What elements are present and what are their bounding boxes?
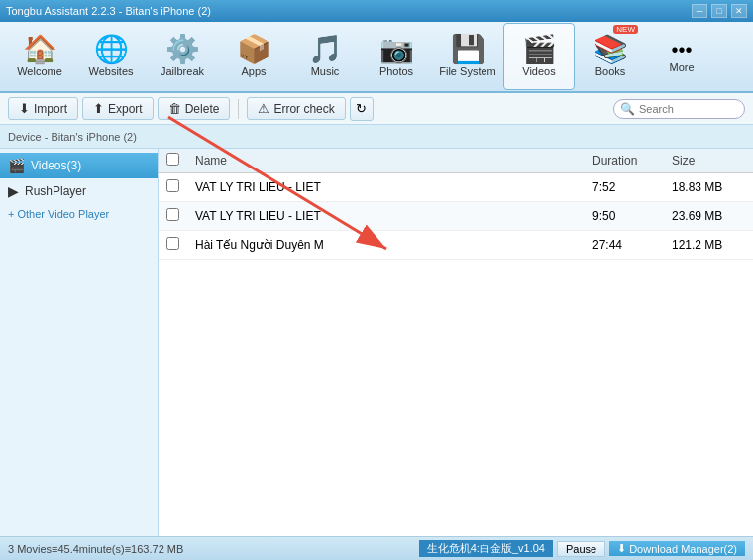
books-icon: 📚 [593,36,628,63]
row-name-2: Hài Tếu Người Duyên M [187,231,585,260]
row-name-0: VAT LY TRI LIEU - LIET [187,173,585,202]
refresh-button[interactable]: ↻ [350,97,374,121]
download-icon: ⬇ [617,542,626,555]
maximize-button[interactable]: □ [711,4,727,18]
table-row: Hài Tếu Người Duyên M 27:44 121.2 MB [159,231,753,260]
toolbar-item-books[interactable]: NEW 📚 Books [575,23,646,90]
toolbar-item-apps[interactable]: 📦 Apps [218,23,289,90]
sidebar-item-rushplayer-label: RushPlayer [25,184,86,198]
more-icon: ••• [671,40,692,59]
actionbar: ⬇ Import ⬆ Export 🗑 Delete ⚠ Error check… [0,93,753,125]
export-icon: ⬆ [93,101,104,116]
import-button[interactable]: ⬇ Import [8,97,78,120]
videos-icon: 🎬 [522,36,557,63]
main-area: 🎬 Videos(3) ▶ RushPlayer + Other Video P… [0,149,753,536]
row-size-2: 121.2 MB [664,231,753,260]
rushplayer-icon: ▶ [8,183,19,199]
sidebar-item-videos-label: Videos(3) [31,159,81,172]
toolbar-item-videos[interactable]: 🎬 Videos [503,23,575,90]
export-button[interactable]: ⬆ Export [82,97,154,120]
minimize-button[interactable]: ─ [692,4,707,18]
search-icon: 🔍 [620,102,635,116]
toolbar-item-websites[interactable]: 🌐 Websites [75,23,147,90]
error-check-button[interactable]: ⚠ Error check [247,97,345,120]
toolbar-item-welcome[interactable]: 🏠 Welcome [4,23,75,90]
sidebar-item-videos[interactable]: 🎬 Videos(3) [0,153,158,178]
pause-button[interactable]: Pause [557,541,605,557]
row-checkbox-cell [159,231,187,260]
import-icon: ⬇ [19,101,30,116]
toolbar-item-music[interactable]: 🎵 Music [289,23,361,90]
row-checkbox-cell [159,202,187,231]
toolbar-item-jailbreak[interactable]: ⚙️ Jailbreak [147,23,218,90]
download-manager-button[interactable]: ⬇ Download Manager(2) [609,541,745,556]
row-size-0: 18.83 MB [664,173,753,202]
table-row: VAT LY TRI LIEU - LIET 9:50 23.69 MB [159,202,753,231]
action-separator [238,99,239,119]
toolbar-item-more[interactable]: ••• More [646,23,717,90]
status-info: 3 Movies≡45.4minute(s)≡163.72 MB [8,543,183,555]
new-badge: NEW [613,25,638,34]
col-header-duration: Duration [585,149,664,173]
jailbreak-icon: ⚙️ [165,36,200,63]
row-name-1: VAT LY TRI LIEU - LIET [187,202,585,231]
col-header-check [159,149,187,173]
filesystem-icon: 💾 [451,36,485,63]
device-label: Device - Bitan's iPhone (2) [8,131,137,143]
row-duration-2: 27:44 [585,231,664,260]
toolbar: 🏠 Welcome 🌐 Websites ⚙️ Jailbreak 📦 Apps… [0,22,753,93]
titlebar-title: Tongbu Assistant 2.2.3 - Bitan's iPhone … [6,5,211,17]
statusbar: 3 Movies≡45.4minute(s)≡163.72 MB 生化危机4:白… [0,536,753,560]
music-icon: 🎵 [308,36,343,63]
select-all-checkbox[interactable] [166,153,179,166]
row-checkbox-1[interactable] [166,208,179,221]
row-size-1: 23.69 MB [664,202,753,231]
search-box: 🔍 [613,99,745,119]
search-input[interactable] [639,103,738,115]
apps-icon: 📦 [237,36,271,63]
toolbar-item-photos[interactable]: 📷 Photos [361,23,432,90]
row-checkbox-2[interactable] [166,237,179,250]
toolbar-item-filesystem[interactable]: 💾 File System [432,23,503,90]
sidebar: 🎬 Videos(3) ▶ RushPlayer + Other Video P… [0,149,159,536]
row-checkbox-0[interactable] [166,179,179,192]
titlebar: Tongbu Assistant 2.2.3 - Bitan's iPhone … [0,0,753,22]
row-duration-1: 9:50 [585,202,664,231]
col-header-name: Name [187,149,585,173]
titlebar-controls: ─ □ ✕ [692,4,747,18]
websites-icon: 🌐 [94,36,129,63]
row-checkbox-cell [159,173,187,202]
content-area: Name Duration Size VAT LY TRI LIEU - LIE… [159,149,753,536]
delete-icon: 🗑 [168,101,181,116]
status-badge: 生化危机4:白金版_v1.04 [419,540,553,557]
videos-table: Name Duration Size VAT LY TRI LIEU - LIE… [159,149,753,260]
refresh-icon: ↻ [356,101,367,116]
close-button[interactable]: ✕ [731,4,747,18]
col-header-size: Size [664,149,753,173]
devicebar: Device - Bitan's iPhone (2) [0,125,753,149]
videos-sidebar-icon: 🎬 [8,158,25,173]
table-row: VAT LY TRI LIEU - LIET 7:52 18.83 MB [159,173,753,202]
delete-button[interactable]: 🗑 Delete [158,97,231,120]
row-duration-0: 7:52 [585,173,664,202]
statusbar-right: 生化危机4:白金版_v1.04 Pause ⬇ Download Manager… [419,540,745,557]
sidebar-item-rushplayer[interactable]: ▶ RushPlayer [0,178,158,204]
add-video-player-button[interactable]: + Other Video Player [0,204,158,224]
welcome-icon: 🏠 [23,36,57,63]
error-check-icon: ⚠ [258,101,269,116]
photos-icon: 📷 [379,36,414,63]
